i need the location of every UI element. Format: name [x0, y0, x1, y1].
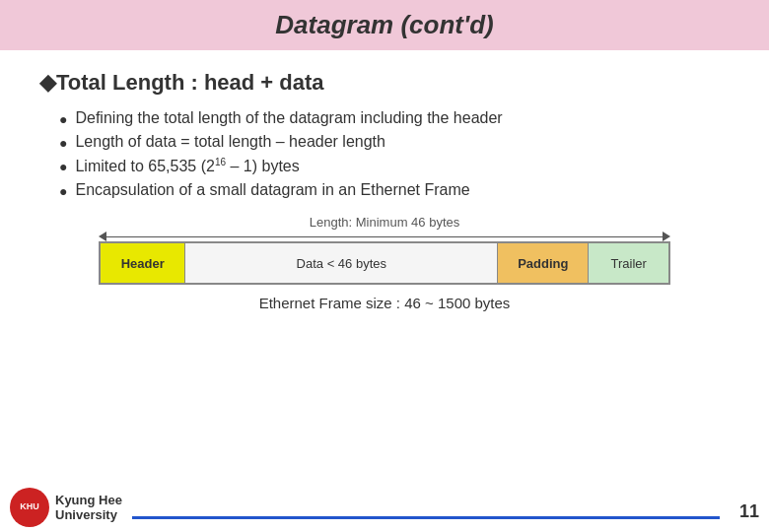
diagram-area: Length: Minimum 46 bytes Header Data < 4… [99, 215, 670, 285]
university-logo: KHU Kyung Hee University [10, 488, 122, 527]
frame-header-segment: Header [101, 243, 185, 283]
arrow-container [99, 232, 670, 241]
frame-trailer-segment: Trailer [589, 243, 668, 283]
list-item: Encapsulation of a small datagram in an … [59, 181, 730, 199]
bullet-list: Defining the total length of the datagra… [39, 109, 730, 199]
list-item: Defining the total length of the datagra… [59, 109, 730, 127]
ethernet-frame: Header Data < 46 bytes Padding Trailer [99, 241, 670, 285]
university-line1: Kyung Hee [55, 493, 122, 507]
university-line2: University [55, 507, 122, 522]
arrow-left-icon [99, 232, 106, 241]
content-area: ◆Total Length : head + data Defining the… [0, 50, 769, 321]
arrow-right-icon [663, 232, 670, 241]
frame-padding-segment: Padding [498, 243, 589, 283]
ethernet-label: Ethernet Frame size : 46 ~ 1500 bytes [39, 295, 730, 311]
footer-blue-line [132, 516, 720, 519]
footer: KHU Kyung Hee University 11 [0, 488, 769, 532]
arrow-line [106, 236, 663, 237]
list-item: Length of data = total length – header l… [59, 133, 730, 151]
list-item: Limited to 65,535 (216 – 1) bytes [59, 157, 730, 175]
title-bar: Datagram (cont'd) [0, 0, 769, 50]
university-name: Kyung Hee University [55, 493, 122, 522]
logo-icon: KHU [10, 488, 49, 527]
frame-data-segment: Data < 46 bytes [185, 243, 498, 283]
slide: Datagram (cont'd) ◆Total Length : head +… [0, 0, 769, 532]
length-label: Length: Minimum 46 bytes [99, 215, 670, 230]
main-point: ◆Total Length : head + data [39, 70, 730, 96]
page-number: 11 [730, 501, 759, 527]
slide-title: Datagram (cont'd) [275, 10, 493, 39]
